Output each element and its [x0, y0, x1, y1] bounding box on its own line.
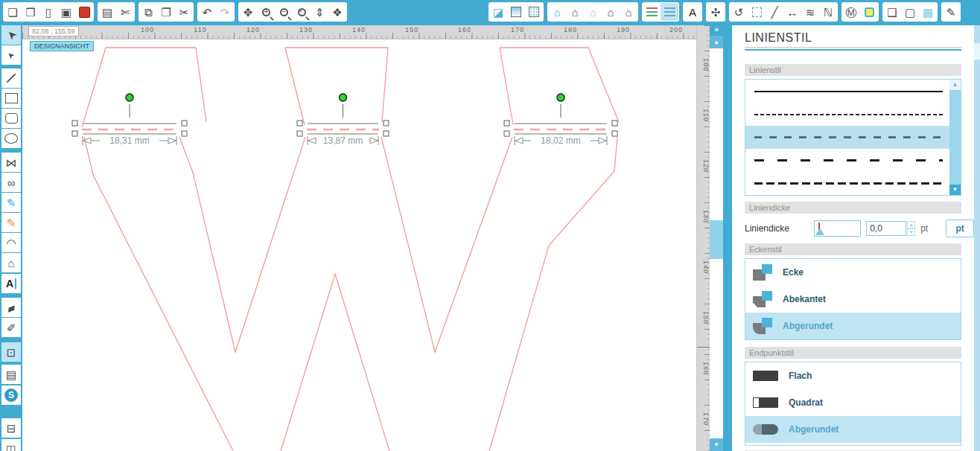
selection-handle[interactable] [297, 121, 302, 126]
collapse-panel-button[interactable]: » [710, 23, 723, 36]
copy-button[interactable]: ⧉ [139, 3, 157, 21]
fill-color-button[interactable]: ◪ [489, 3, 507, 21]
selection-handle[interactable] [384, 121, 389, 126]
line-style-option-dashed-small[interactable] [745, 103, 961, 126]
rotation-handle[interactable] [126, 94, 133, 101]
scroll-up-button[interactable]: ▲ [710, 36, 723, 48]
panel-splitter[interactable] [723, 25, 732, 451]
panel-scrollbar-thumb[interactable] [974, 43, 980, 60]
selection-handle[interactable] [72, 121, 77, 126]
line-color-button[interactable]: ⌂ [548, 3, 566, 21]
zoom-in-button[interactable] [257, 3, 275, 21]
transform-button[interactable]: ✣ [707, 3, 725, 21]
selection-handle[interactable] [612, 121, 617, 126]
open-button[interactable]: ❒ [22, 3, 39, 21]
undo-button[interactable]: ↶ [198, 3, 216, 21]
scale-button[interactable] [748, 3, 766, 21]
line-picker-button[interactable]: ⌂ [602, 3, 620, 21]
paste-button[interactable]: ❐ [157, 3, 175, 21]
selection-handle[interactable] [182, 131, 187, 136]
selection-handle[interactable] [182, 121, 187, 126]
scrollbar-thumb[interactable] [710, 220, 723, 259]
line-pattern-button[interactable]: ⌂ [584, 3, 602, 21]
selection-handle[interactable] [504, 131, 509, 136]
page-tools-button[interactable]: ⊡ [1, 342, 21, 362]
page-setup-button[interactable]: ❑ [883, 3, 901, 21]
registration-marks-button[interactable]: ▢ [901, 3, 919, 21]
corner-style-option-bevel[interactable]: Abekantet [745, 286, 961, 313]
line-color-style-button[interactable] [643, 3, 661, 21]
shred-button[interactable]: ≋ [801, 3, 819, 21]
scroll-down-button[interactable]: ▼ [710, 438, 723, 451]
line-tool[interactable] [1, 68, 21, 88]
modify-weld-button[interactable]: Ⓜ [842, 3, 860, 21]
selection-handle[interactable] [72, 131, 77, 136]
ellipse-tool[interactable] [1, 129, 21, 148]
smooth-freehand-tool[interactable]: ✎ [1, 213, 21, 232]
line-gradient-button[interactable]: ⌂ [566, 3, 584, 21]
zoom-drag-button[interactable]: ⇕ [311, 3, 328, 21]
slider-handle[interactable] [815, 228, 824, 235]
pan-tool-button[interactable]: ✥ [239, 3, 257, 21]
stepper-down-button[interactable]: ▼ [907, 228, 915, 236]
corner-style-option-sharp[interactable]: Ecke [745, 259, 961, 286]
list-scroll-down-button[interactable]: ▼ [949, 185, 961, 195]
nest-button[interactable]: ℕ [819, 3, 837, 21]
line-style-option-solid[interactable] [745, 80, 961, 103]
canvas-vertical-scrollbar[interactable]: » ▲ ▼ [710, 25, 723, 451]
unit-toggle-button[interactable]: pt [946, 220, 974, 237]
save-to-library-button[interactable] [75, 3, 93, 21]
corner-style-option-round[interactable]: Abgerundet [745, 313, 961, 339]
selection-handle[interactable] [612, 131, 617, 136]
line-thickness-input[interactable] [866, 221, 906, 236]
line-style-list-scrollbar[interactable]: ▲ ▼ [949, 80, 961, 195]
line-style-option-dashed-long-gap[interactable] [745, 149, 961, 172]
line-thickness-slider[interactable] [814, 220, 862, 237]
knife-tool[interactable]: ✐ [1, 318, 21, 337]
line-style-button[interactable] [661, 3, 678, 21]
zoom-selection-button[interactable] [293, 3, 311, 21]
grid-settings-button[interactable]: ▦ [919, 3, 937, 21]
rectangle-tool[interactable] [1, 89, 21, 108]
rotate-button[interactable]: ↺ [730, 3, 748, 21]
curve-tool[interactable]: ∞ [1, 173, 21, 192]
eraser-tool[interactable]: ▰ [1, 298, 21, 317]
shear-button[interactable]: ╱ [766, 3, 783, 21]
selection-handle[interactable] [504, 121, 509, 126]
list-scrollbar-thumb[interactable] [949, 90, 961, 185]
split-pane-button[interactable]: ◫ [1, 439, 21, 451]
save-button[interactable]: ▣ [57, 3, 75, 21]
list-scroll-up-button[interactable]: ▲ [949, 80, 961, 90]
marker-pen-button[interactable]: ✎ [942, 3, 960, 21]
cap-style-option-square[interactable]: Quadrat [745, 389, 961, 416]
selection-handle[interactable] [384, 131, 389, 136]
cap-style-option-flat[interactable]: Flach [745, 362, 961, 389]
point-edit-tool[interactable]: ➤ [1, 45, 21, 65]
fill-pattern-button[interactable] [525, 3, 543, 21]
silhouette-store-button[interactable]: S [1, 386, 21, 405]
print-button[interactable]: ▤ [98, 3, 116, 21]
text-tool[interactable]: A [1, 274, 21, 293]
send-to-cutter-button[interactable]: ✄ [116, 3, 134, 21]
stepper-up-button[interactable]: ▲ [907, 221, 915, 228]
spacing-button[interactable]: ↔ [783, 3, 801, 21]
single-pane-button[interactable]: ⊟ [1, 418, 21, 438]
zoom-out-button[interactable] [275, 3, 293, 21]
rounded-rectangle-tool[interactable] [1, 109, 21, 128]
freehand-tool[interactable]: ✎ [1, 193, 21, 212]
cut-button[interactable]: ✂ [175, 3, 193, 21]
offset-button[interactable] [860, 3, 878, 21]
selection-handle[interactable] [297, 131, 302, 136]
select-tool[interactable]: ➤ [1, 25, 21, 45]
panel-vertical-scrollbar[interactable] [974, 25, 980, 451]
arc-tool[interactable]: ◠ [1, 233, 21, 252]
open-mat-button[interactable]: ▯ [39, 3, 57, 21]
polygon-tool[interactable]: ⋈ [1, 153, 21, 172]
library-button[interactable]: ▤ [1, 365, 21, 384]
text-style-button[interactable]: A [684, 3, 701, 21]
rotation-handle[interactable] [340, 94, 347, 101]
line-pen-button[interactable]: ⌂ [620, 3, 637, 21]
fit-to-page-button[interactable]: ❖ [328, 3, 346, 21]
redo-button[interactable]: ↷ [216, 3, 234, 21]
new-document-button[interactable]: ❏ [4, 3, 22, 21]
